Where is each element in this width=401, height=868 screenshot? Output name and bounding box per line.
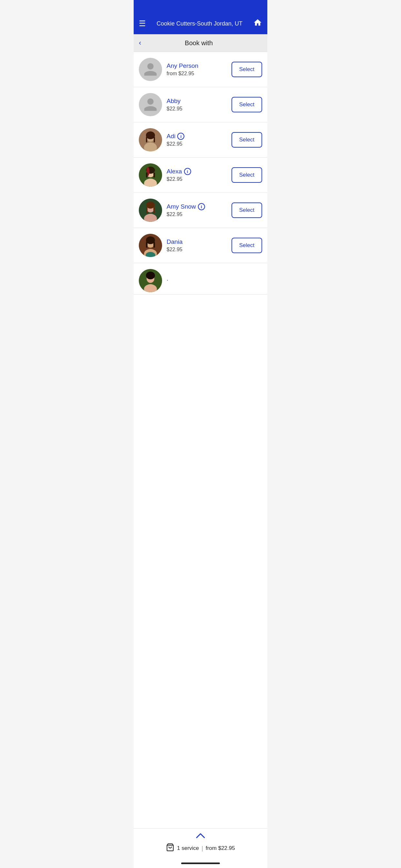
menu-icon[interactable]: ☰ xyxy=(139,20,146,27)
status-bar xyxy=(134,0,267,14)
cart-summary: 1 service | from $22.95 xyxy=(139,843,262,854)
stylist-row: Adi i $22.95 Select xyxy=(134,122,267,158)
stylist-info: · xyxy=(162,276,262,285)
back-button[interactable]: ‹ xyxy=(139,39,141,47)
svg-rect-18 xyxy=(153,207,155,213)
stylist-row: Dania $22.95 Select xyxy=(134,228,267,263)
stylist-row-partial: · xyxy=(134,263,267,294)
svg-rect-24 xyxy=(153,242,155,248)
info-icon[interactable]: i xyxy=(198,203,205,210)
bottom-bar: 1 service | from $22.95 xyxy=(134,828,267,860)
stylist-name: Any Person xyxy=(166,62,227,69)
stylist-info: Dania $22.95 xyxy=(162,238,232,252)
service-count: 1 service xyxy=(177,845,199,851)
stylist-info: Amy Snow i $22.95 xyxy=(162,203,232,217)
stylist-row: Any Person from $22.95 Select xyxy=(134,52,267,87)
stylist-price: $22.95 xyxy=(166,141,227,147)
stylist-name: Dania xyxy=(166,238,227,245)
avatar xyxy=(139,128,162,151)
svg-rect-4 xyxy=(146,136,147,143)
avatar xyxy=(139,269,162,292)
stylist-info: Abby $22.95 xyxy=(162,97,232,112)
cart-icon xyxy=(166,843,174,854)
svg-point-3 xyxy=(146,131,155,139)
stylist-info: Adi i $22.95 xyxy=(162,133,232,147)
stylist-list: Any Person from $22.95 Select Abby $22.9… xyxy=(134,52,267,828)
svg-rect-11 xyxy=(146,173,148,178)
avatar xyxy=(139,234,162,257)
select-button[interactable]: Select xyxy=(232,238,262,253)
select-button[interactable]: Select xyxy=(232,167,262,183)
select-button[interactable]: Select xyxy=(232,203,262,218)
home-indicator xyxy=(134,860,267,868)
stylist-info: Alexa i $22.95 xyxy=(162,168,232,182)
header: ☰ Cookie Cutters-South Jordan, UT xyxy=(134,14,267,34)
stylist-price: $22.95 xyxy=(166,212,227,217)
info-icon[interactable]: i xyxy=(177,133,184,140)
stylist-price: $22.95 xyxy=(166,176,227,182)
stylist-price: from $22.95 xyxy=(166,71,227,76)
select-button[interactable]: Select xyxy=(232,132,262,148)
pipe-separator: | xyxy=(202,845,203,852)
nav-bar: ‹ Book with xyxy=(134,34,267,52)
stylist-name: Adi i xyxy=(166,133,227,140)
stylist-row: Amy Snow i $22.95 Select xyxy=(134,193,267,228)
avatar xyxy=(139,93,162,116)
avatar xyxy=(139,58,162,81)
select-button[interactable]: Select xyxy=(232,62,262,77)
select-button[interactable]: Select xyxy=(232,97,262,113)
stylist-name: Abby xyxy=(166,97,227,104)
svg-point-29 xyxy=(146,272,155,279)
svg-rect-17 xyxy=(146,207,148,213)
stylist-name: Amy Snow i xyxy=(166,203,227,210)
avatar xyxy=(139,198,162,222)
svg-rect-5 xyxy=(154,136,155,143)
stylist-info: Any Person from $22.95 xyxy=(162,62,232,76)
page-title: Book with xyxy=(145,39,262,47)
stylist-row: Alexa i $22.95 Select xyxy=(134,158,267,193)
stylist-row: Abby $22.95 Select xyxy=(134,87,267,122)
info-icon[interactable]: i xyxy=(184,168,191,175)
stylist-price: $22.95 xyxy=(166,106,227,112)
svg-rect-12 xyxy=(153,173,155,178)
home-icon[interactable] xyxy=(253,18,262,29)
header-title: Cookie Cutters-South Jordan, UT xyxy=(146,20,253,27)
stylist-name: · xyxy=(166,276,258,283)
home-bar xyxy=(181,863,220,864)
stylist-price: $22.95 xyxy=(166,247,227,252)
avatar xyxy=(139,163,162,187)
cart-price: from $22.95 xyxy=(206,845,235,851)
svg-rect-23 xyxy=(146,242,148,248)
stylist-name: Alexa i xyxy=(166,168,227,175)
chevron-up-icon[interactable] xyxy=(139,833,262,841)
